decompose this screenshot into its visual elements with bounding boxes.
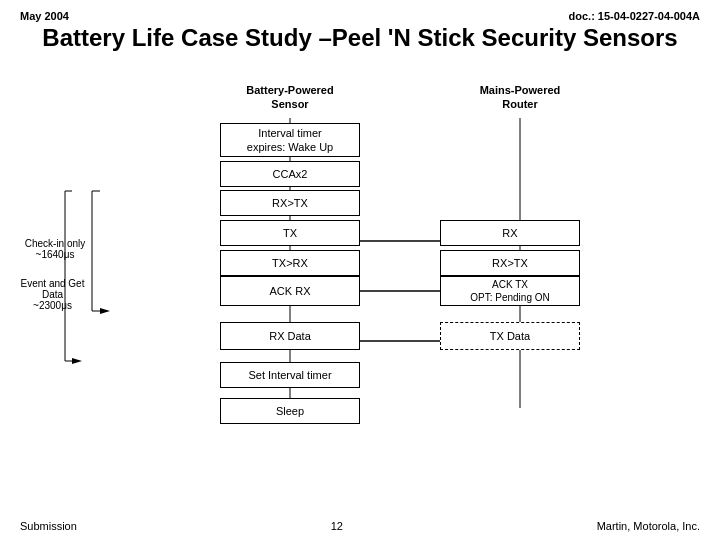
page: May 2004 doc.: 15-04-0227-04-004A Batter…	[0, 0, 720, 540]
diagram-svg	[20, 63, 700, 463]
check-in-label: Check-in only ~1640μs	[20, 238, 90, 260]
header-row: May 2004 doc.: 15-04-0227-04-004A	[20, 10, 700, 22]
event-get-data-label: Event and Get Data ~2300μs	[20, 278, 85, 311]
ack-tx-box: ACK TXOPT: Pending ON	[440, 276, 580, 306]
txrx-box: TX>RX	[220, 250, 360, 276]
svg-marker-15	[72, 358, 82, 364]
main-title: Battery Life Case Study –Peel 'N Stick S…	[20, 24, 700, 53]
header-left: May 2004	[20, 10, 69, 22]
rx-box: RX	[440, 220, 580, 246]
tx-box: TX	[220, 220, 360, 246]
set-interval-box: Set Interval timer	[220, 362, 360, 388]
diagram-area: Battery-Powered Sensor Mains-Powered Rou…	[20, 63, 700, 463]
tx-data-box: TX Data	[440, 322, 580, 350]
rx-data-box: RX Data	[220, 322, 360, 350]
sleep-box: Sleep	[220, 398, 360, 424]
ccax2-box: CCAx2	[220, 161, 360, 187]
footer-center: 12	[331, 520, 343, 532]
footer-left: Submission	[20, 520, 77, 532]
router-header: Mains-Powered Router	[440, 83, 600, 112]
footer: Submission 12 Martin, Motorola, Inc.	[20, 520, 700, 532]
header-right: doc.: 15-04-0227-04-004A	[569, 10, 700, 22]
sensor-header: Battery-Powered Sensor	[210, 83, 370, 112]
footer-right: Martin, Motorola, Inc.	[597, 520, 700, 532]
rxtx2-box: RX>TX	[440, 250, 580, 276]
rxtx-box: RX>TX	[220, 190, 360, 216]
svg-marker-11	[100, 308, 110, 314]
ack-rx-box: ACK RX	[220, 276, 360, 306]
interval-timer-box: Interval timerexpires: Wake Up	[220, 123, 360, 157]
